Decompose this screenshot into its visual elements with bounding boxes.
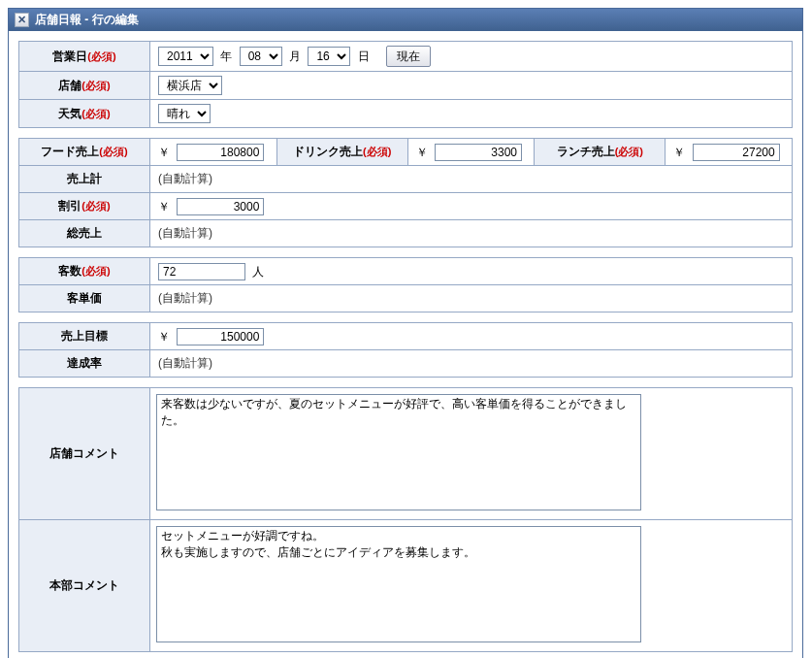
group-comments: 店舗コメント 本部コメント	[18, 387, 793, 652]
cell-sales-target: ￥	[150, 323, 793, 350]
cell-store: 横浜店	[150, 72, 793, 100]
titlebar: ✕ 店舗日報 - 行の編集	[9, 9, 802, 31]
month-select[interactable]: 08	[240, 47, 282, 66]
dialog-window: ✕ 店舗日報 - 行の編集 営業日(必須) 2011 年 08 月 16 日 現…	[8, 8, 803, 658]
discount-input[interactable]	[177, 198, 264, 215]
drink-sales-input[interactable]	[435, 144, 522, 161]
cell-store-comment	[150, 388, 793, 520]
cell-achievement: (自動計算)	[150, 350, 793, 378]
weather-select[interactable]: 晴れ	[158, 104, 211, 123]
customers-input[interactable]	[158, 263, 245, 280]
year-unit: 年	[220, 49, 232, 63]
food-sales-input[interactable]	[177, 144, 264, 161]
label-food-sales: フード売上(必須)	[19, 139, 150, 166]
group-basic: 営業日(必須) 2011 年 08 月 16 日 現在 店舗(必須) 横浜店	[18, 41, 793, 128]
label-avg-spend: 客単価	[19, 285, 150, 313]
label-achievement: 達成率	[19, 350, 150, 378]
label-business-day: 営業日(必須)	[19, 42, 150, 72]
label-gross-sales: 総売上	[19, 220, 150, 247]
cell-customers: 人	[150, 258, 793, 285]
store-comment-input[interactable]	[156, 394, 641, 510]
cell-food-sales: ￥	[150, 139, 277, 166]
cell-drink-sales: ￥	[407, 139, 535, 166]
cell-gross-sales: (自動計算)	[150, 220, 793, 247]
label-store: 店舗(必須)	[19, 72, 150, 100]
close-icon[interactable]: ✕	[15, 13, 29, 27]
cell-discount: ￥	[150, 193, 793, 220]
window-title: 店舗日報 - 行の編集	[35, 12, 139, 28]
lunch-sales-input[interactable]	[693, 144, 780, 161]
label-drink-sales: ドリンク売上(必須)	[276, 139, 407, 166]
hq-comment-input[interactable]	[156, 526, 641, 642]
group-target: 売上目標 ￥ 達成率 (自動計算)	[18, 322, 793, 378]
group-sales: フード売上(必須) ￥ ドリンク売上(必須) ￥ ランチ売上(必須) ￥	[18, 138, 793, 247]
dialog-content: 営業日(必須) 2011 年 08 月 16 日 現在 店舗(必須) 横浜店	[9, 31, 802, 658]
day-unit: 日	[358, 49, 370, 63]
cell-lunch-sales: ￥	[666, 139, 793, 166]
group-customers: 客数(必須) 人 客単価 (自動計算)	[18, 257, 793, 313]
sales-target-input[interactable]	[177, 328, 264, 345]
label-sales-total: 売上計	[19, 166, 150, 193]
year-select[interactable]: 2011	[158, 47, 213, 66]
label-weather: 天気(必須)	[19, 100, 150, 128]
label-sales-target: 売上目標	[19, 323, 150, 350]
cell-business-day: 2011 年 08 月 16 日 現在	[150, 42, 793, 72]
cell-weather: 晴れ	[150, 100, 793, 128]
label-hq-comment: 本部コメント	[19, 520, 150, 652]
day-select[interactable]: 16	[308, 47, 350, 66]
cell-avg-spend: (自動計算)	[150, 285, 793, 313]
label-customers: 客数(必須)	[19, 258, 150, 285]
label-lunch-sales: ランチ売上(必須)	[535, 139, 666, 166]
cell-hq-comment	[150, 520, 793, 652]
cell-sales-total: (自動計算)	[150, 166, 793, 193]
label-discount: 割引(必須)	[19, 193, 150, 220]
store-select[interactable]: 横浜店	[158, 76, 222, 95]
now-button[interactable]: 現在	[386, 46, 431, 67]
label-store-comment: 店舗コメント	[19, 388, 150, 520]
month-unit: 月	[289, 49, 301, 63]
